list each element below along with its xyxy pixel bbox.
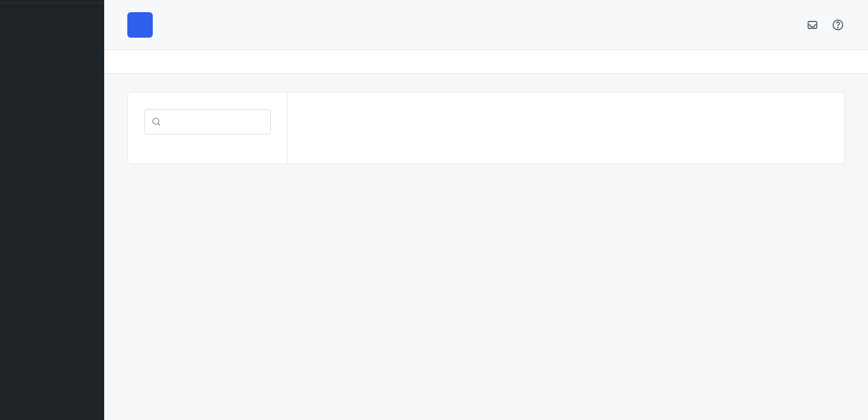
wp-admin-sidebar: [0, 0, 104, 420]
category-column: [128, 93, 288, 163]
search-icon: [151, 116, 161, 127]
help-link[interactable]: [832, 19, 847, 31]
plugin-topbar: [104, 0, 868, 50]
page-title-bar: [104, 50, 868, 74]
main-column: [104, 0, 868, 420]
search-input[interactable]: [144, 109, 271, 134]
search-wrap: [144, 109, 271, 134]
wpcode-logo: [127, 12, 153, 38]
svg-point-2: [837, 27, 838, 27]
generator-panel: [127, 92, 845, 164]
svg-point-3: [153, 118, 159, 125]
svg-line-4: [158, 123, 160, 125]
code-snippets-submenu: [0, 6, 104, 15]
inbox-icon[interactable]: [807, 19, 818, 31]
generator-cards: [288, 93, 844, 163]
brand: [127, 12, 159, 38]
menu-separator: [0, 0, 104, 3]
